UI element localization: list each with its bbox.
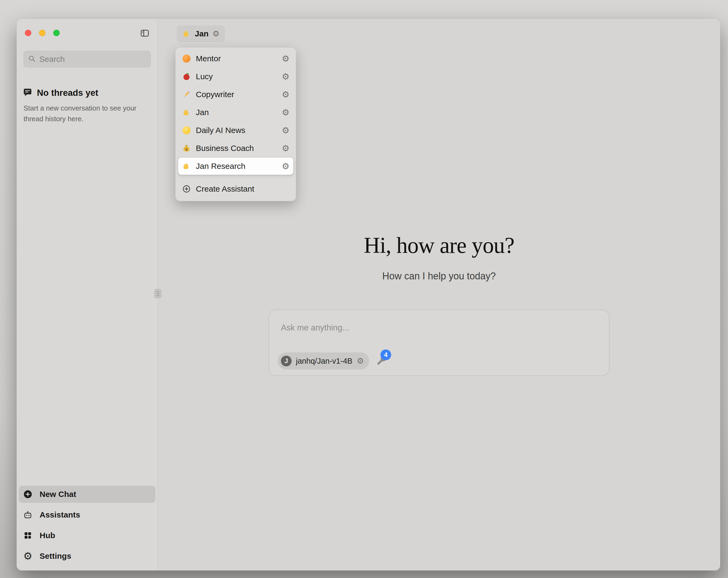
sidebar: No threads yet Start a new conversation …	[17, 19, 158, 571]
assistant-gear-icon[interactable]: ⚙	[282, 126, 289, 134]
menu-item-label: Jan Research	[196, 161, 245, 171]
sidebar-item-label: Hub	[40, 531, 55, 540]
assistant-gear-icon[interactable]: ⚙	[282, 72, 289, 81]
threads-empty-title: No threads yet	[37, 88, 98, 98]
menu-item-mentor[interactable]: Mentor ⚙	[178, 50, 293, 67]
threads-empty-subtitle: Start a new conversation to see your thr…	[24, 103, 138, 124]
model-settings-gear-icon[interactable]: ⚙	[357, 357, 364, 365]
assistant-gear-icon[interactable]: ⚙	[282, 54, 289, 63]
svg-text:$: $	[185, 147, 188, 151]
sidebar-item-label: Assistants	[40, 510, 80, 520]
greeting-subtitle: How can I help you today?	[158, 271, 720, 282]
model-avatar: J	[281, 356, 292, 366]
plus-circle-icon	[23, 489, 33, 499]
plus-circle-outline-icon	[182, 184, 191, 194]
greeting-title: Hi, how are you?	[158, 232, 720, 258]
traffic-lights	[25, 30, 60, 36]
waving-hand-icon	[182, 29, 191, 38]
sidebar-toggle-button[interactable]	[139, 28, 151, 40]
sidebar-item-label: New Chat	[40, 490, 76, 499]
welcome-hero: Hi, how are you? How can I help you toda…	[158, 232, 720, 282]
sidebar-item-assistants[interactable]: Assistants	[19, 506, 155, 523]
composer[interactable]: Ask me anything... J janhq/Jan-v1-4B ⚙ 4	[269, 309, 609, 376]
assistant-gear-icon[interactable]: ⚙	[282, 108, 289, 117]
tools-count-badge: 4	[381, 350, 391, 360]
waving-hand-icon	[182, 161, 191, 171]
hub-icon	[23, 531, 33, 540]
menu-item-create-assistant[interactable]: Create Assistant	[178, 180, 293, 198]
menu-item-label: Daily AI News	[196, 126, 245, 135]
sidebar-item-settings[interactable]: ⚙ Settings	[19, 548, 155, 564]
money-bag-icon: $	[182, 144, 191, 153]
assistant-gear-icon[interactable]: ⚙	[282, 144, 289, 153]
menu-item-label: Business Coach	[196, 144, 254, 153]
threads-empty-state: No threads yet Start a new conversation …	[23, 88, 151, 124]
pencil-icon	[182, 90, 191, 99]
assistant-settings-gear-icon[interactable]: ⚙	[212, 30, 220, 38]
menu-item-daily-ai-news[interactable]: Daily AI News ⚙	[178, 122, 293, 139]
waving-hand-icon	[182, 108, 191, 117]
menu-item-label: Create Assistant	[196, 184, 254, 194]
menu-item-label: Mentor	[196, 54, 221, 63]
menu-item-business-coach[interactable]: $ Business Coach ⚙	[178, 140, 293, 157]
assistant-menu: Mentor ⚙ Lucy ⚙	[175, 47, 296, 201]
yellow-circle-icon	[182, 126, 191, 135]
active-assistant-name: Jan	[195, 29, 209, 38]
model-name: janhq/Jan-v1-4B	[296, 357, 353, 366]
sidebar-item-hub[interactable]: Hub	[19, 527, 155, 544]
chat-bubble-icon	[23, 88, 32, 98]
menu-item-jan-research[interactable]: Jan Research ⚙	[178, 158, 293, 175]
drag-dots-icon	[156, 291, 160, 297]
model-selector-button[interactable]: J janhq/Jan-v1-4B ⚙	[278, 352, 369, 370]
menu-item-lucy[interactable]: Lucy ⚙	[178, 68, 293, 85]
apple-icon	[182, 72, 191, 81]
sidebar-item-new-chat[interactable]: New Chat	[19, 486, 155, 503]
settings-gear-icon: ⚙	[23, 551, 33, 561]
menu-item-label: Jan	[196, 108, 209, 117]
sidebar-resize-handle[interactable]	[154, 289, 161, 298]
minimize-window-button[interactable]	[39, 30, 46, 36]
composer-toolbar: J janhq/Jan-v1-4B ⚙ 4	[278, 352, 389, 370]
search-input[interactable]	[39, 55, 146, 64]
menu-item-label: Copywriter	[196, 90, 234, 99]
chat-main: Jan ⚙ Mentor ⚙ Lucy ⚙	[158, 19, 720, 571]
sidebar-toggle-icon	[140, 28, 150, 39]
zoom-window-button[interactable]	[53, 30, 60, 36]
app-window: No threads yet Start a new conversation …	[17, 19, 720, 571]
search-icon	[28, 55, 35, 64]
tools-button[interactable]: 4	[375, 354, 389, 368]
orange-circle-icon	[182, 54, 191, 63]
menu-divider	[180, 177, 292, 178]
sidebar-item-label: Settings	[40, 552, 71, 561]
menu-item-label: Lucy	[196, 72, 213, 81]
close-window-button[interactable]	[25, 30, 31, 36]
assistant-gear-icon[interactable]: ⚙	[282, 162, 289, 171]
menu-item-copywriter[interactable]: Copywriter ⚙	[178, 86, 293, 103]
assistant-selector-button[interactable]: Jan ⚙	[177, 25, 225, 42]
assistant-gear-icon[interactable]: ⚙	[282, 90, 289, 99]
assistants-icon	[23, 510, 33, 520]
menu-item-jan[interactable]: Jan ⚙	[178, 104, 293, 121]
composer-input[interactable]: Ask me anything...	[281, 323, 349, 333]
sidebar-nav: New Chat Assistants	[17, 486, 158, 571]
search-field	[24, 51, 151, 68]
